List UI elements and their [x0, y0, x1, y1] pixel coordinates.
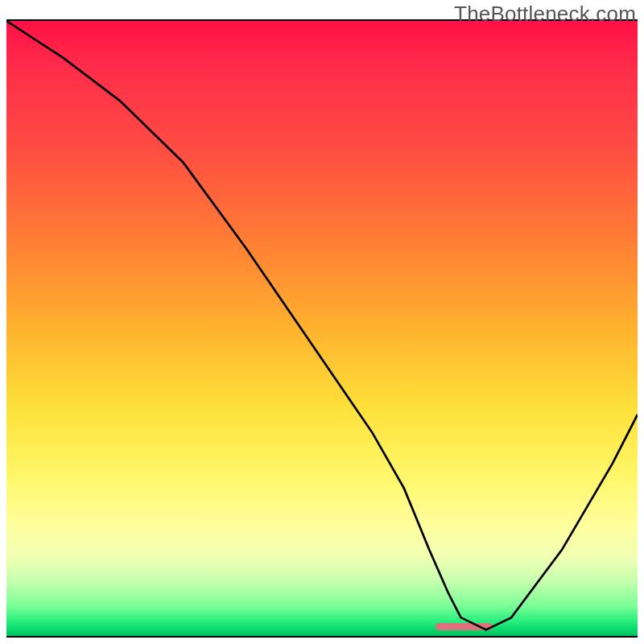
- chart-stage: TheBottleneck.com: [0, 0, 644, 644]
- watermark-text: TheBottleneck.com: [454, 2, 636, 27]
- curve-path: [6, 21, 638, 630]
- plot-area: [6, 19, 638, 638]
- bottleneck-curve: [6, 21, 638, 636]
